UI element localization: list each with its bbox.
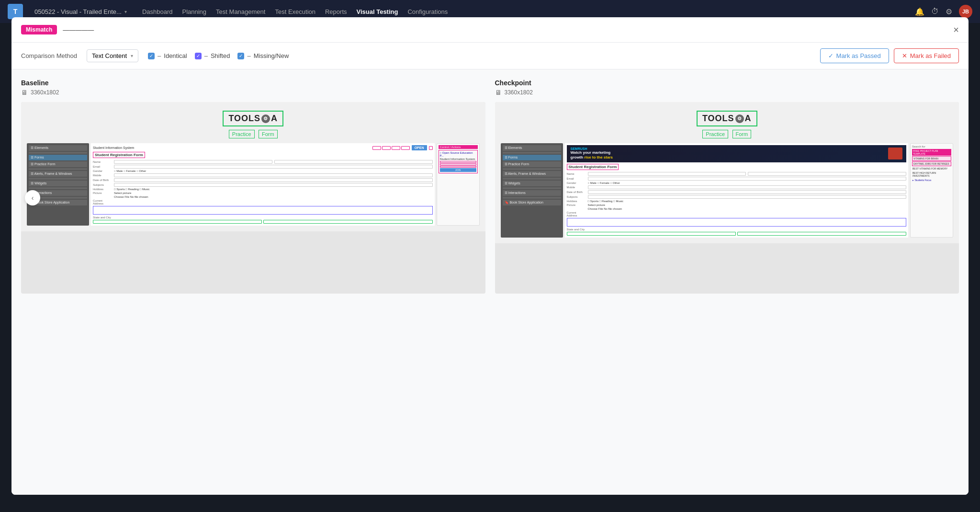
filter-shifted[interactable]: ✓ – Shifted [195,52,230,59]
notification-icon[interactable]: 🔔 [915,7,924,16]
baseline-email-row: Email [93,165,433,169]
baseline-subjects-row: Subjects [93,183,433,187]
baseline-state-dropdowns [93,220,433,224]
baseline-gender-row: Gender ○ Male ○ Female ○ Other [93,170,433,172]
checkpoint-screenshot-content: ☰ Elements ☰ Forms ☰ Practice Form ☰ Ale… [499,141,956,239]
comparison-modal: Mismatch ————— × Comparison Method Text … [11,17,969,495]
filter-group: ✓ – Identical ✓ – Shifted ✓ – Missing/Ne… [148,52,289,59]
baseline-mobile-row: Mobile [93,173,433,177]
checkpoint-picture-row: Picture Select picture [567,204,907,206]
nav-configurations[interactable]: Configurations [407,6,448,17]
comparison-method-label: Comparison Method [21,52,77,59]
checkpoint-subjects-row: Subjects [567,195,907,199]
mismatch-badge: Mismatch [21,25,57,34]
baseline-hobbies-row: Hobbies □ Sports □ Reading □ Music [93,188,433,191]
gear-icon: ⚙ [261,114,270,123]
checkpoint-name-row: Name [567,172,907,176]
checkpoint-mobile-row: Mobile [567,185,907,189]
checkpoint-file-row: Choose File No file chosen [567,207,907,210]
baseline-label: Baseline [21,79,485,87]
modal-subtitle: ————— [63,26,94,34]
shifted-checkbox[interactable]: ✓ [195,53,202,59]
shifted-label: Shifted [211,52,230,59]
baseline-popup: Control / Actions ○ Open Source Educatio… [437,143,480,226]
open-btn: OPEN [412,145,427,150]
baseline-name-row: Name [93,160,433,164]
highlight-box-2 [382,146,391,150]
checkpoint-form-title: Student Registration Form [567,164,619,170]
nav-planning[interactable]: Planning [182,6,206,17]
checkpoint-screenshot: TOOLS ⚙ A Practice Form [495,102,959,294]
checkpoint-address-input [567,218,907,227]
checkpoint-main-form: SEMRUSH Watch your marketinggrowth rise … [565,143,909,238]
mark-as-failed-button[interactable]: ✕ Mark as Failed [894,48,959,63]
settings-icon[interactable]: ⚙ [946,7,952,16]
baseline-picture-row: Picture Select picture [93,192,433,194]
filter-missing[interactable]: ✓ – Missing/New [237,52,289,59]
toolbar: Comparison Method Text Content ▾ ✓ – Ide… [11,43,969,69]
comparison-columns: Baseline 🖥 3360x1802 ‹ TOOLS ⚙ [21,79,959,294]
nav-dashboard[interactable]: Dashboard [142,6,173,17]
checkpoint-sidebar: ☰ Elements ☰ Forms ☰ Practice Form ☰ Ale… [501,143,563,238]
checkpoint-sim: TOOLS ⚙ A Practice Form [495,102,959,243]
fail-x-icon: ✕ [902,52,907,59]
checkpoint-tools-logo: TOOLS ⚙ A [697,111,757,126]
nav-links: Dashboard Planning Test Management Test … [142,6,448,17]
baseline-state-row: State and City [93,216,433,219]
project-dropdown-icon[interactable]: ▾ [124,9,127,14]
nav-test-management[interactable]: Test Management [216,6,265,17]
baseline-resolution: 🖥 3360x1802 [21,89,485,96]
baseline-file-row: Choose File No file chosen [93,195,433,198]
ad-banner-image [888,148,902,159]
close-button[interactable]: × [953,25,959,34]
baseline-screenshot: ‹ TOOLS ⚙ A Practice Form [21,102,485,294]
checkpoint-gear-icon: ⚙ [735,114,744,123]
checkpoint-hobbies-row: Hobbies □ Sports □ Reading □ Music [567,200,907,203]
checkpoint-monitor-icon: 🖥 [495,89,502,96]
checkpoint-resolution: 🖥 3360x1802 [495,89,959,96]
project-title[interactable]: 050522 - Visual - Trailed Ente... ▾ [34,8,127,15]
highlight-small [429,146,433,150]
checkpoint-search-results: Search for FREE PROJECT PLAN TEMPLATE VI… [910,143,953,238]
nav-icons: 🔔 ⏱ ⚙ JB [915,5,972,18]
baseline-main-form: Student Information System OPEN [91,143,435,226]
nav-visual-testing[interactable]: Visual Testing [357,6,398,17]
baseline-monitor-icon: 🖥 [21,89,28,96]
comparison-select-chevron: ▾ [131,53,133,58]
baseline-logo-area: TOOLS ⚙ A [25,106,482,129]
highlight-box-1 [372,146,381,150]
comparison-method-value: Text Content [92,52,127,59]
highlight-box-3 [392,146,400,150]
baseline-sidebar: ☰ Elements ☰ Forms ☰ Practice Form ☰ Ale… [27,143,89,226]
toolbar-actions: ✓ Mark as Passed ✕ Mark as Failed [820,48,959,63]
baseline-dob-row: Date of Birth [93,178,433,182]
ad-banner: SEMRUSH Watch your marketinggrowth rise … [567,145,907,162]
filter-identical[interactable]: ✓ – Identical [148,52,187,59]
comparison-method-select[interactable]: Text Content ▾ [87,49,138,62]
content-area: Baseline 🖥 3360x1802 ‹ TOOLS ⚙ [11,69,969,495]
history-icon[interactable]: ⏱ [931,7,939,16]
baseline-form-title: Student Registration Form [93,152,145,158]
checkpoint-column: Checkpoint 🖥 3360x1802 TOOLS ⚙ A [495,79,959,294]
baseline-column: Baseline 🖥 3360x1802 ‹ TOOLS ⚙ [21,79,485,294]
baseline-screenshot-content: ☰ Elements ☰ Forms ☰ Practice Form ☰ Ale… [25,141,482,228]
user-avatar[interactable]: JB [959,5,972,18]
checkpoint-logo-area: TOOLS ⚙ A [499,106,956,129]
nav-test-execution[interactable]: Test Execution [275,6,315,17]
checkpoint-address-row: Current Address [567,211,907,217]
identical-checkbox[interactable]: ✓ [148,53,155,59]
pass-check-icon: ✓ [828,52,834,59]
missing-checkbox[interactable]: ✓ [237,53,244,59]
checkpoint-gender-row: Gender ○ Male ○ Female ○ Other [567,182,907,184]
highlight-box-4 [401,146,410,150]
prev-button[interactable]: ‹ [25,190,40,205]
modal-header: Mismatch ————— × [11,17,969,43]
baseline-tools-logo: TOOLS ⚙ A [223,111,283,126]
identical-label: Identical [164,52,187,59]
nav-reports[interactable]: Reports [325,6,347,17]
mark-as-passed-button[interactable]: ✓ Mark as Passed [820,48,889,63]
baseline-sim: TOOLS ⚙ A Practice Form [21,102,485,231]
baseline-practice-form-row: Practice Form [25,129,482,138]
checkpoint-practice-form-row: Practice Form [499,129,956,138]
checkpoint-state-row: State and City [567,228,907,231]
